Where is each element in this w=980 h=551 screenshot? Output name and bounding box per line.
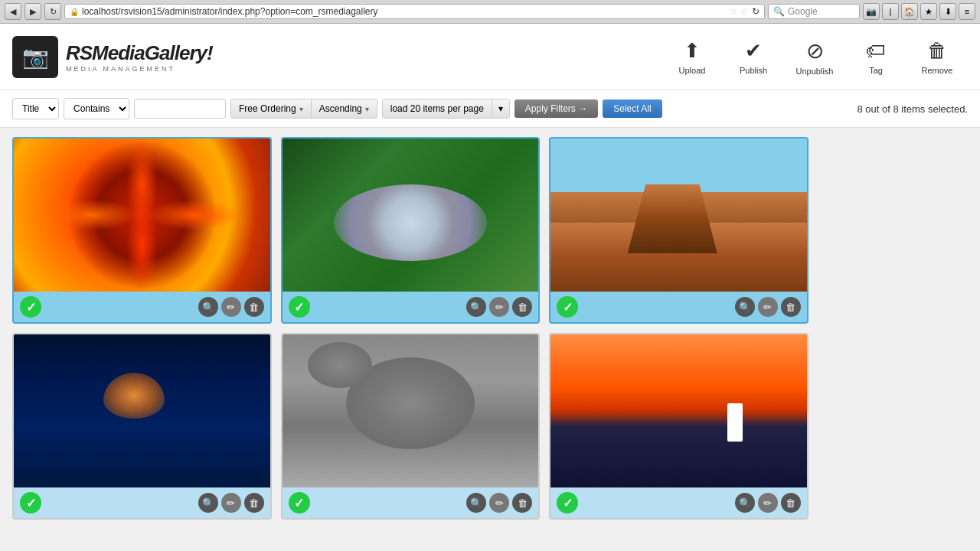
gallery-grid: ✓ 🔍 ✏ 🗑 ✓ 🔍 ✏ 🗑 [12,137,808,520]
per-page-dropdown-button[interactable]: ▾ [492,99,509,118]
browser-right-area: 🔍 Google 📷 | 🏠 ★ ⬇ ≡ [768,3,975,20]
gallery-item-3: ✓ 🔍 ✏ 🗑 [549,137,808,324]
item-image-2[interactable] [283,139,539,292]
menu-tb-icon[interactable]: ≡ [959,3,975,20]
item-image-3[interactable] [550,139,807,292]
filter-bar: Title Contains Free Ordering ▾ Ascending… [0,90,980,128]
tag-icon: 🏷 [866,39,886,63]
download-tb-icon[interactable]: ⬇ [939,3,956,20]
select-check-1[interactable]: ✓ [20,296,41,318]
publish-label: Publish [740,66,767,75]
zoom-icon-2[interactable]: 🔍 [466,297,486,317]
delete-icon-4[interactable]: 🗑 [244,493,264,513]
action-icons-1: 🔍 ✏ 🗑 [198,297,264,317]
forward-button[interactable]: ▶ [24,3,41,20]
gallery-item-1: ✓ 🔍 ✏ 🗑 [12,137,272,324]
search-placeholder: Google [788,6,818,17]
select-check-3[interactable]: ✓ [557,296,578,318]
url-text: localhost/rsvision15/administrator/index… [82,6,727,17]
bookmark-tb-icon[interactable]: ★ [920,3,937,20]
edit-icon-4[interactable]: ✏ [221,493,241,513]
edit-icon-6[interactable]: ✏ [758,493,778,513]
edit-icon-1[interactable]: ✏ [221,297,241,317]
item-footer-6: ✓ 🔍 ✏ 🗑 [550,487,807,518]
condition-select[interactable]: Contains [64,98,129,119]
per-page-group: load 20 items per page ▾ [382,99,510,119]
upload-button[interactable]: ⬆ Upload [662,30,723,83]
action-icons-4: 🔍 ✏ 🗑 [198,493,264,513]
item-image-6[interactable] [550,334,807,487]
select-check-4[interactable]: ✓ [20,492,41,514]
edit-icon-3[interactable]: ✏ [758,297,778,317]
action-icons-3: 🔍 ✏ 🗑 [735,297,801,317]
item-footer-5: ✓ 🔍 ✏ 🗑 [283,487,539,518]
remove-button[interactable]: 🗑 Remove [906,30,968,83]
zoom-icon-4[interactable]: 🔍 [198,493,218,513]
zoom-icon-5[interactable]: 🔍 [466,493,486,513]
camera-tb-icon[interactable]: 📷 [863,3,880,20]
edit-icon-5[interactable]: ✏ [489,493,509,513]
separator-tb: | [882,3,899,20]
ascending-label: Ascending [319,103,362,114]
ascending-button[interactable]: Ascending ▾ [312,99,377,118]
delete-icon-2[interactable]: 🗑 [512,297,532,317]
delete-icon-5[interactable]: 🗑 [512,493,532,513]
browser-chrome: ◀ ▶ ↻ 🔒 localhost/rsvision15/administrat… [0,0,980,24]
logo-area: 📷 RSMediaGallery! MEDIA MANAGEMENT [12,36,213,78]
item-footer-1: ✓ 🔍 ✏ 🗑 [14,292,270,322]
apply-filters-button[interactable]: Apply Filters → [514,99,598,118]
logo-text: RSMediaGallery! MEDIA MANAGEMENT [66,41,213,73]
tag-button[interactable]: 🏷 Tag [845,30,906,83]
app-header: 📷 RSMediaGallery! MEDIA MANAGEMENT ⬆ Upl… [0,24,980,90]
gallery-item-6: ✓ 🔍 ✏ 🗑 [549,333,808,520]
item-footer-4: ✓ 🔍 ✏ 🗑 [14,487,270,518]
zoom-icon-3[interactable]: 🔍 [735,297,755,317]
edit-icon-2[interactable]: ✏ [489,297,509,317]
browser-toolbar: 📷 | 🏠 ★ ⬇ ≡ [863,3,975,20]
remove-icon: 🗑 [927,39,947,63]
gallery-container: ✓ 🔍 ✏ 🗑 ✓ 🔍 ✏ 🗑 [0,128,980,529]
publish-icon: ✔ [745,39,762,63]
action-icons-2: 🔍 ✏ 🗑 [466,297,532,317]
filter-value-input[interactable] [134,99,226,119]
logo-subtitle: MEDIA MANAGEMENT [66,65,213,73]
item-image-1[interactable] [14,139,270,292]
gallery-item-4: ✓ 🔍 ✏ 🗑 [12,333,272,520]
delete-icon-1[interactable]: 🗑 [244,297,264,317]
zoom-icon-6[interactable]: 🔍 [735,493,755,513]
select-check-5[interactable]: ✓ [289,492,310,514]
ordering-group: Free Ordering ▾ Ascending ▾ [230,99,377,119]
unpublish-button[interactable]: ⊘ Unpublish [784,30,845,83]
home-tb-icon[interactable]: 🏠 [901,3,918,20]
item-image-4[interactable] [14,334,270,487]
free-ordering-label: Free Ordering [239,103,296,114]
item-image-5[interactable] [283,334,539,487]
per-page-dropdown-arrow: ▾ [498,103,503,114]
item-footer-3: ✓ 🔍 ✏ 🗑 [550,292,807,322]
action-icons-5: 🔍 ✏ 🗑 [466,493,532,513]
address-bar[interactable]: 🔒 localhost/rsvision15/administrator/ind… [64,4,765,19]
zoom-icon-1[interactable]: 🔍 [198,297,218,317]
select-check-6[interactable]: ✓ [557,492,578,514]
action-icons-6: 🔍 ✏ 🗑 [735,493,801,513]
bookmark-icons: ☆ ☆ [730,6,749,17]
browser-search[interactable]: 🔍 Google [768,4,860,19]
gallery-item-5: ✓ 🔍 ✏ 🗑 [281,333,541,520]
publish-button[interactable]: ✔ Publish [723,30,784,83]
back-button[interactable]: ◀ [5,3,21,20]
free-ordering-button[interactable]: Free Ordering ▾ [231,99,312,118]
unpublish-label: Unpublish [796,67,834,76]
logo-title: RSMediaGallery! [66,41,213,65]
per-page-button[interactable]: load 20 items per page [383,99,492,118]
selection-status: 8 out of 8 items selected. [857,103,968,115]
select-check-2[interactable]: ✓ [289,296,310,318]
upload-icon: ⬆ [684,39,701,63]
field-select[interactable]: Title [12,98,59,119]
gallery-item-2: ✓ 🔍 ✏ 🗑 [281,137,541,324]
header-actions: ⬆ Upload ✔ Publish ⊘ Unpublish 🏷 Tag 🗑 R… [662,30,968,83]
select-all-button[interactable]: Select All [603,99,662,118]
reload-icon: ↻ [752,6,760,17]
reload-button[interactable]: ↻ [44,3,61,20]
delete-icon-3[interactable]: 🗑 [781,297,801,317]
delete-icon-6[interactable]: 🗑 [781,493,801,513]
